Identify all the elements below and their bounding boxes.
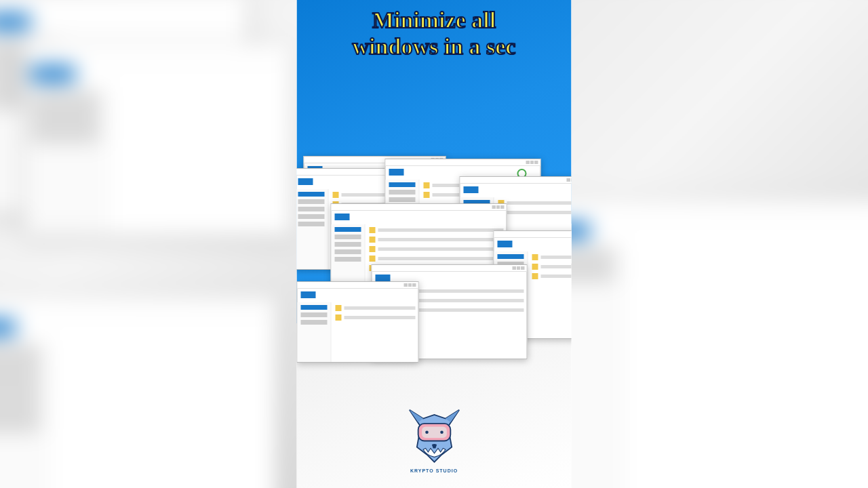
- headline-line-1: Minimize all: [297, 7, 572, 33]
- svg-point-2: [425, 430, 429, 434]
- file-explorer-window[interactable]: [297, 281, 419, 363]
- channel-logo: KRYPTO STUDIO: [397, 392, 471, 473]
- video-frame: Minimize all windows in a sec KRYPTO STU…: [297, 0, 572, 488]
- headline-caption: Minimize all windows in a sec: [297, 7, 572, 60]
- headline-line-2: windows in a sec: [297, 33, 572, 60]
- open-windows-cluster: [297, 156, 572, 366]
- svg-point-3: [440, 430, 443, 434]
- wolf-vr-logo-icon: [397, 392, 471, 467]
- channel-name: KRYPTO STUDIO: [397, 468, 471, 473]
